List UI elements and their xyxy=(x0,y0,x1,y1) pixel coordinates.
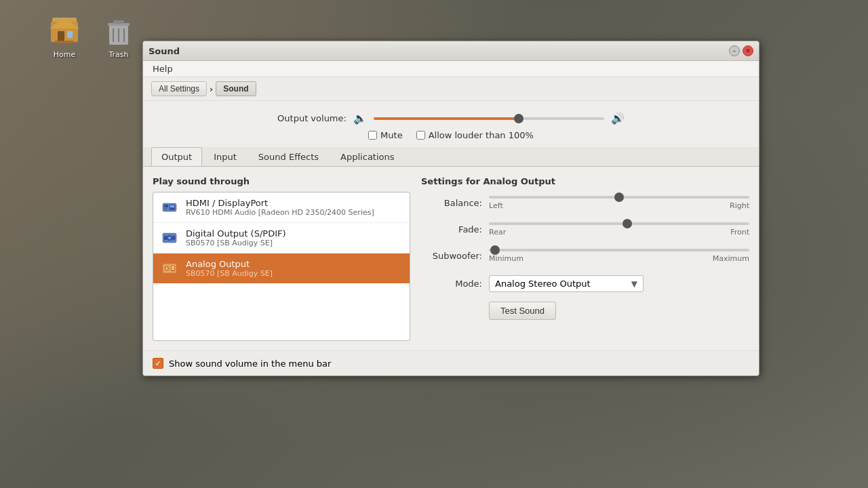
home-icon xyxy=(48,16,81,49)
volume-slider-thumb xyxy=(514,114,524,123)
home-label: Home xyxy=(54,50,75,59)
allow-louder-checkbox-row[interactable]: Allow louder than 100% xyxy=(416,130,534,140)
fade-front-label: Front xyxy=(730,228,749,237)
desktop: Home Trash Sound – ✕ Help xyxy=(0,0,868,488)
volume-low-icon: 🔈 xyxy=(353,112,367,125)
hdmi-device-sub: RV610 HDMI Audio [Radeon HD 2350/2400 Se… xyxy=(186,208,374,217)
device-list: HDMI / DisplayPort RV610 HDMI Audio [Rad… xyxy=(153,192,410,341)
breadcrumb-all-settings[interactable]: All Settings xyxy=(151,81,207,96)
test-sound-wrap: Test Sound xyxy=(489,302,749,320)
fade-row: Fade: Rear Front xyxy=(421,222,749,237)
hdmi-device-info: HDMI / DisplayPort RV610 HDMI Audio [Rad… xyxy=(186,198,374,217)
fade-thumb xyxy=(623,219,632,228)
menu-help[interactable]: Help xyxy=(149,62,177,75)
tab-sound-effects[interactable]: Sound Effects xyxy=(248,147,329,166)
window-controls: – ✕ xyxy=(729,45,753,56)
bottom-bar: Show sound volume in the menu bar xyxy=(143,350,759,375)
window-title: Sound xyxy=(149,46,180,56)
allow-louder-label: Allow louder than 100% xyxy=(429,130,534,140)
subwoofer-label: Subwoofer: xyxy=(421,251,482,261)
subwoofer-max-label: Maximum xyxy=(713,254,749,263)
breadcrumb-sound[interactable]: Sound xyxy=(216,81,256,96)
fade-slider[interactable] xyxy=(489,222,749,225)
mode-label: Mode: xyxy=(421,279,482,289)
balance-slider-wrap: Left Right xyxy=(489,196,749,210)
subwoofer-min-label: Minimum xyxy=(489,254,524,263)
svg-point-19 xyxy=(168,237,171,239)
mode-value: Analog Stereo Output xyxy=(495,279,591,289)
digital-device-sub: SB0570 [SB Audigy SE] xyxy=(186,239,286,247)
volume-options: Mute Allow louder than 100% xyxy=(368,130,534,140)
trash-label: Trash xyxy=(108,50,128,59)
hdmi-device-icon xyxy=(160,198,179,217)
digital-device-icon xyxy=(160,228,179,247)
window-titlebar: Sound – ✕ xyxy=(143,41,759,61)
svg-rect-26 xyxy=(172,266,174,268)
volume-row: Output volume: 🔈 🔊 xyxy=(277,112,625,125)
fade-label: Fade: xyxy=(421,224,482,235)
show-volume-label: Show sound volume in the menu bar xyxy=(169,359,331,369)
volume-slider-fill xyxy=(374,117,519,120)
analog-device-name: Analog Output xyxy=(186,259,273,269)
mode-select[interactable]: Analog Stereo Output ▼ xyxy=(489,275,644,292)
left-panel: Play sound through xyxy=(153,176,410,341)
main-content: Play sound through xyxy=(143,167,759,350)
balance-thumb xyxy=(614,192,624,202)
right-panel: Settings for Analog Output Balance: Left… xyxy=(421,176,749,341)
subwoofer-slider[interactable] xyxy=(489,249,749,251)
mute-label: Mute xyxy=(380,130,403,140)
device-item-digital[interactable]: Digital Output (S/PDIF) SB0570 [SB Audig… xyxy=(153,223,410,253)
svg-rect-27 xyxy=(172,268,174,270)
mode-dropdown-arrow: ▼ xyxy=(631,279,637,289)
balance-label: Balance: xyxy=(421,198,482,208)
mode-row: Mode: Analog Stereo Output ▼ xyxy=(421,275,749,292)
hdmi-device-name: HDMI / DisplayPort xyxy=(186,198,374,208)
mute-checkbox[interactable] xyxy=(368,131,377,140)
device-item-analog[interactable]: Analog Output SB0570 [SB Audigy SE] xyxy=(153,253,410,283)
digital-device-name: Digital Output (S/PDIF) xyxy=(186,228,286,239)
settings-title: Settings for Analog Output xyxy=(421,176,749,186)
svg-rect-20 xyxy=(164,236,167,240)
tab-applications[interactable]: Applications xyxy=(330,147,404,166)
fade-rear-label: Rear xyxy=(489,228,506,237)
fade-slider-wrap: Rear Front xyxy=(489,222,749,237)
volume-section: Output volume: 🔈 🔊 Mute Allow louder tha… xyxy=(143,101,759,147)
analog-device-icon xyxy=(160,259,179,278)
svg-rect-13 xyxy=(164,205,168,207)
tab-input[interactable]: Input xyxy=(203,147,247,166)
mute-checkbox-row[interactable]: Mute xyxy=(368,130,403,140)
svg-rect-3 xyxy=(67,31,73,38)
show-volume-checkbox[interactable] xyxy=(153,358,163,369)
svg-rect-14 xyxy=(164,208,167,209)
breadcrumb-separator: › xyxy=(210,84,213,94)
close-button[interactable]: ✕ xyxy=(743,45,753,56)
svg-rect-2 xyxy=(58,31,64,42)
tab-output[interactable]: Output xyxy=(151,147,202,166)
subwoofer-row: Subwoofer: Minimum Maximum xyxy=(421,249,749,263)
test-sound-button[interactable]: Test Sound xyxy=(489,302,556,320)
fade-labels: Rear Front xyxy=(489,228,749,237)
minimize-button[interactable]: – xyxy=(729,45,740,56)
svg-rect-16 xyxy=(170,205,174,207)
trash-icon xyxy=(102,16,135,49)
play-sound-through-title: Play sound through xyxy=(153,176,410,186)
allow-louder-checkbox[interactable] xyxy=(416,131,425,140)
svg-rect-8 xyxy=(113,20,124,24)
desktop-icon-home[interactable]: Home xyxy=(41,14,88,62)
breadcrumb: All Settings › Sound xyxy=(143,77,759,101)
device-item-hdmi[interactable]: HDMI / DisplayPort RV610 HDMI Audio [Rad… xyxy=(153,192,410,223)
balance-slider[interactable] xyxy=(489,196,749,199)
tab-bar: Output Input Sound Effects Applications xyxy=(143,147,759,167)
desktop-icon-trash[interactable]: Trash xyxy=(95,14,142,62)
volume-high-icon: 🔊 xyxy=(611,112,625,125)
svg-rect-21 xyxy=(172,236,175,240)
digital-device-info: Digital Output (S/PDIF) SB0570 [SB Audig… xyxy=(186,228,286,247)
balance-labels: Left Right xyxy=(489,201,749,210)
subwoofer-thumb xyxy=(490,245,500,255)
balance-left-label: Left xyxy=(489,201,503,210)
sound-window: Sound – ✕ Help All Settings › Sound Outp… xyxy=(142,41,760,376)
window-menubar: Help xyxy=(143,61,759,77)
analog-device-sub: SB0570 [SB Audigy SE] xyxy=(186,269,273,278)
subwoofer-slider-wrap: Minimum Maximum xyxy=(489,249,749,263)
output-volume-slider[interactable] xyxy=(374,117,604,120)
